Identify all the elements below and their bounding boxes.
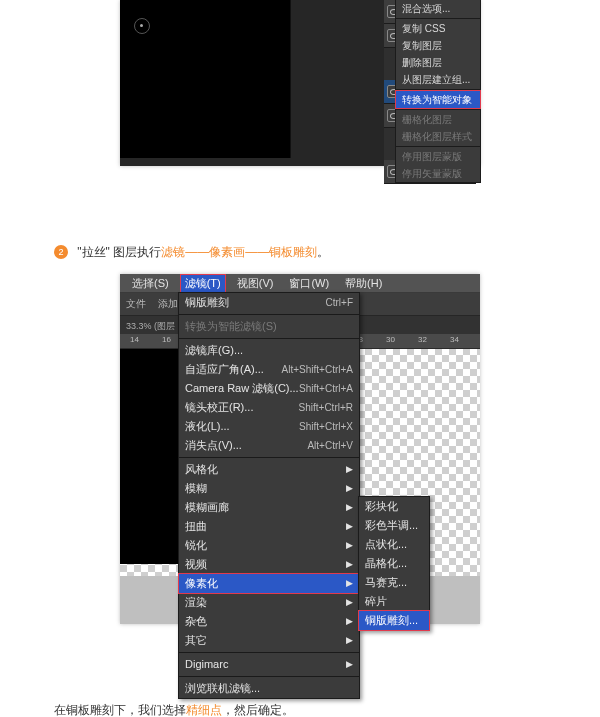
filter-menu-item[interactable]: 风格化▶ — [179, 460, 359, 479]
step2-pre: "拉丝" 图层执行 — [77, 245, 161, 259]
pixelate-submenu-item[interactable]: 晶格化... — [359, 554, 429, 573]
context-menu-item: 停用图层蒙版 — [396, 148, 480, 165]
filter-menu-item[interactable]: 浏览联机滤镜... — [179, 679, 359, 698]
step3-pre: 在铜板雕刻下，我们选择 — [54, 703, 186, 717]
menu-separator — [179, 457, 359, 458]
filter-menu-item[interactable]: 液化(L)...Shift+Ctrl+X — [179, 417, 359, 436]
pixelate-submenu-item[interactable]: 马赛克... — [359, 573, 429, 592]
menu-separator — [179, 314, 359, 315]
context-menu-item[interactable]: 混合选项... — [396, 0, 480, 17]
menu-separator — [396, 89, 480, 90]
ruler-tick-label: 34 — [450, 335, 459, 344]
context-menu-item[interactable]: 从图层建立组... — [396, 71, 480, 88]
screenshot-layers-context: 圆角矩图层 3▸ 效果▸ 颜色拉丝渐变填▸ 效果▸ 渐变图层1 混合选项...复… — [120, 0, 480, 166]
filter-menu-item[interactable]: 其它▶ — [179, 631, 359, 650]
filter-menu-item[interactable]: 镜头校正(R)...Shift+Ctrl+R — [179, 398, 359, 417]
menu-separator — [396, 146, 480, 147]
context-menu-item: 栅格化图层 — [396, 111, 480, 128]
step2-path3: 铜板雕刻 — [269, 245, 317, 259]
filter-menu-item[interactable]: 像素化▶ — [179, 574, 359, 593]
layer-context-menu[interactable]: 混合选项...复制 CSS复制图层删除图层从图层建立组...转换为智能对象栅格化… — [395, 0, 481, 183]
context-menu-item[interactable]: 删除图层 — [396, 54, 480, 71]
filter-menu-item[interactable]: 铜版雕刻Ctrl+F — [179, 293, 359, 312]
filter-menu-item[interactable]: 扭曲▶ — [179, 517, 359, 536]
filter-menu-item[interactable]: Digimarc▶ — [179, 655, 359, 674]
menubar-item[interactable]: 视图(V) — [233, 275, 278, 292]
menu-separator — [396, 109, 480, 110]
filter-menu-item[interactable]: 渲染▶ — [179, 593, 359, 612]
context-menu-item[interactable]: 复制图层 — [396, 37, 480, 54]
corner-marker — [134, 18, 150, 34]
menu-separator — [396, 18, 480, 19]
pixelate-submenu-item[interactable]: 铜版雕刻... — [359, 611, 429, 630]
step3-tail: ，然后确定。 — [222, 703, 294, 717]
step2-path1: 滤镜 — [161, 245, 185, 259]
step2-path2: 像素画 — [209, 245, 245, 259]
ruler-tick-label: 30 — [386, 335, 395, 344]
pixelate-submenu-item[interactable]: 点状化... — [359, 535, 429, 554]
step-bullet-2: 2 — [54, 245, 68, 259]
filter-menu-item[interactable]: 消失点(V)...Alt+Ctrl+V — [179, 436, 359, 455]
ruler-tick-label: 16 — [162, 335, 171, 344]
arrow: —— — [245, 245, 269, 259]
toolbar-left-label: 文件 — [126, 297, 146, 311]
pixelate-submenu[interactable]: 彩块化彩色半调...点状化...晶格化...马赛克...碎片铜版雕刻... — [358, 496, 430, 631]
step-2-caption: 2 "拉丝" 图层执行滤镜——像素画——铜板雕刻。 — [0, 236, 600, 274]
filter-menu-item[interactable]: 视频▶ — [179, 555, 359, 574]
ruler-tick-label: 14 — [130, 335, 139, 344]
arrow: —— — [185, 245, 209, 259]
menubar-item[interactable]: 窗口(W) — [285, 275, 333, 292]
filter-menu-item[interactable]: 自适应广角(A)...Alt+Shift+Ctrl+A — [179, 360, 359, 379]
step2-tail: 。 — [317, 245, 329, 259]
menu-separator — [179, 338, 359, 339]
context-menu-item[interactable]: 转换为智能对象 — [396, 91, 480, 108]
ps-menubar[interactable]: 选择(S)滤镜(T)视图(V)窗口(W)帮助(H) — [120, 274, 480, 293]
pixelate-submenu-item[interactable]: 碎片 — [359, 592, 429, 611]
context-menu-item: 栅格化图层样式 — [396, 128, 480, 145]
filter-menu-item[interactable]: 锐化▶ — [179, 536, 359, 555]
step3-choice: 精细点 — [186, 703, 222, 717]
filter-menu-item[interactable]: 模糊▶ — [179, 479, 359, 498]
filter-menu-item[interactable]: 滤镜库(G)... — [179, 341, 359, 360]
menubar-item[interactable]: 选择(S) — [128, 275, 173, 292]
screenshot-filter-menu: 选择(S)滤镜(T)视图(V)窗口(W)帮助(H) 文件 添加新变 33.3% … — [120, 274, 480, 624]
filter-menu-item: 转换为智能滤镜(S) — [179, 317, 359, 336]
filter-menu-dropdown[interactable]: 铜版雕刻Ctrl+F转换为智能滤镜(S)滤镜库(G)...自适应广角(A)...… — [178, 292, 360, 699]
filter-menu-item[interactable]: 模糊画廊▶ — [179, 498, 359, 517]
menubar-item[interactable]: 滤镜(T) — [181, 275, 225, 292]
filter-menu-item[interactable]: 杂色▶ — [179, 612, 359, 631]
pixelate-submenu-item[interactable]: 彩色半调... — [359, 516, 429, 535]
ruler-tick-label: 32 — [418, 335, 427, 344]
context-menu-item[interactable]: 复制 CSS — [396, 20, 480, 37]
filter-menu-item[interactable]: Camera Raw 滤镜(C)...Shift+Ctrl+A — [179, 379, 359, 398]
menu-separator — [179, 676, 359, 677]
menubar-item[interactable]: 帮助(H) — [341, 275, 386, 292]
pixelate-submenu-item[interactable]: 彩块化 — [359, 497, 429, 516]
context-menu-item: 停用矢量蒙版 — [396, 165, 480, 182]
menu-separator — [179, 652, 359, 653]
canvas-preview — [120, 0, 291, 158]
